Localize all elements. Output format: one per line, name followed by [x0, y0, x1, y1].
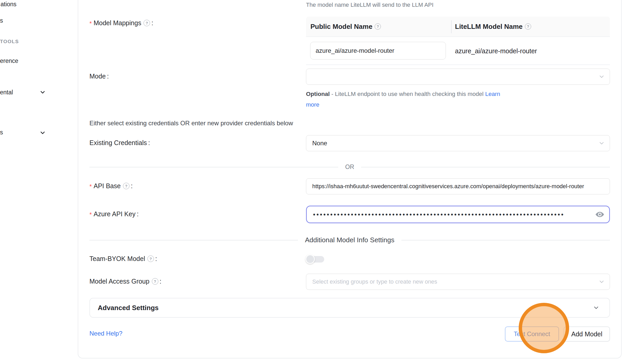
model-access-group-select[interactable]: Select existing groups or type to create…	[306, 274, 610, 290]
team-byok-label: Team-BYOK Model ? :	[89, 255, 157, 263]
api-base-label: * API Base ? :	[89, 182, 133, 190]
chevron-down-icon	[598, 73, 605, 80]
chevron-down-icon[interactable]	[40, 130, 45, 136]
question-circle-icon[interactable]: ?	[375, 23, 381, 30]
advanced-settings-panel[interactable]: Advanced Settings	[89, 298, 610, 318]
required-marker: *	[89, 183, 92, 190]
sidebar-item[interactable]: s	[0, 17, 3, 24]
api-base-input[interactable]	[306, 178, 610, 194]
chevron-down-icon[interactable]	[40, 89, 45, 95]
learn-more-link[interactable]: more	[306, 101, 319, 108]
question-circle-icon[interactable]: ?	[152, 278, 158, 285]
model-mappings-label: * Model Mappings ? :	[89, 19, 153, 27]
sidebar-item-api-reference[interactable]: erence	[0, 57, 18, 64]
table-row: azure_ai/azure-model-router	[306, 37, 610, 65]
question-circle-icon[interactable]: ?	[147, 256, 154, 262]
masked-api-key: ••••••••••••••••••••••••••••••••••••••••…	[307, 211, 564, 218]
mode-label: Mode:	[89, 73, 109, 80]
sidebar-item-settings[interactable]: s	[0, 129, 3, 136]
required-marker: *	[89, 20, 92, 27]
advanced-settings-title: Advanced Settings	[90, 304, 159, 312]
select-placeholder: Select existing groups or type to create…	[306, 278, 437, 285]
existing-credentials-label: Existing Credentials:	[89, 139, 150, 147]
sidebar-item-experimental[interactable]: ental	[0, 89, 13, 96]
eye-icon[interactable]	[595, 211, 604, 218]
credentials-heading: Either select existing credentials OR en…	[89, 120, 293, 127]
header-divider	[451, 20, 452, 33]
additional-info-divider: Additional Model Info Settings	[89, 236, 610, 244]
team-byok-toggle[interactable]	[308, 256, 324, 263]
mode-select[interactable]	[306, 69, 610, 85]
public-model-name-input[interactable]	[310, 42, 446, 60]
mode-help-text: Optional - LiteLLM endpoint to use when …	[306, 89, 522, 110]
column-header-litellm-model-name: LiteLLM Model Name ?	[455, 23, 531, 31]
add-model-button[interactable]: Add Model	[564, 326, 610, 342]
chevron-down-icon	[598, 140, 605, 147]
required-marker: *	[89, 211, 92, 218]
sidebar-section-tools: TOOLS	[0, 39, 19, 44]
toggle-knob	[305, 254, 315, 264]
model-name-hint: The model name LiteLLM will send to the …	[306, 2, 433, 8]
chevron-down-icon	[598, 278, 605, 285]
table-header-row: Public Model Name ? LiteLLM Model Name ?	[306, 17, 610, 37]
question-circle-icon[interactable]: ?	[123, 183, 129, 189]
azure-api-key-label: * Azure API Key :	[89, 210, 139, 218]
need-help-link[interactable]: Need Help?	[89, 330, 122, 337]
azure-api-key-input[interactable]: ••••••••••••••••••••••••••••••••••••••••…	[306, 206, 610, 223]
model-mappings-table: Public Model Name ? LiteLLM Model Name ?…	[306, 17, 610, 65]
test-connect-button[interactable]: Test Connect	[505, 326, 559, 342]
learn-more-link[interactable]: Learn	[485, 91, 500, 97]
or-divider: OR	[89, 163, 610, 171]
sidebar-item-organizations[interactable]: ations	[1, 1, 16, 8]
litellm-model-name-value: azure_ai/azure-model-router	[455, 37, 537, 65]
existing-credentials-select[interactable]: None	[306, 135, 610, 151]
question-circle-icon[interactable]: ?	[525, 23, 531, 30]
column-header-public-model-name: Public Model Name ?	[306, 23, 381, 31]
model-access-group-label: Model Access Group ? :	[89, 278, 161, 285]
chevron-down-icon[interactable]	[593, 304, 600, 311]
question-circle-icon[interactable]: ?	[144, 20, 150, 26]
